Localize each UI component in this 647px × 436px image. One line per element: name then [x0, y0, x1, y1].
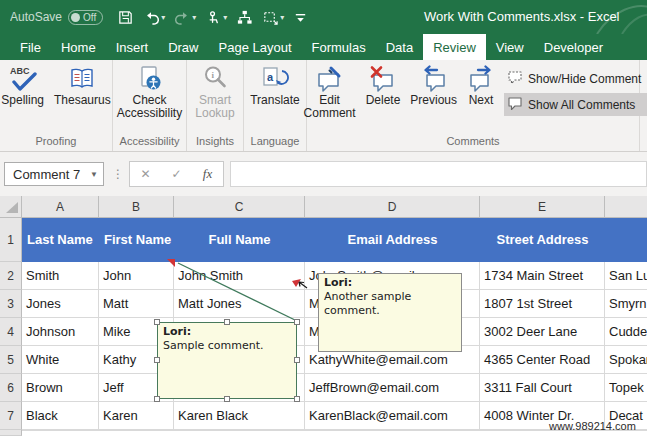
redo-icon[interactable]: ▾	[174, 9, 196, 26]
cell[interactable]: 1734 Main Street	[480, 262, 605, 290]
selection-handle[interactable]	[154, 396, 160, 402]
autosave-toggle[interactable]: Off	[68, 10, 103, 25]
cell[interactable]: Karen	[99, 402, 174, 430]
selection-icon[interactable]: ▾	[262, 9, 284, 26]
touch-mode-icon[interactable]: ▾	[205, 9, 227, 26]
select-all-corner[interactable]	[0, 196, 22, 218]
show-all-comments-toggle[interactable]: Show All Comments	[504, 93, 647, 116]
group-name: Comments	[307, 134, 639, 151]
selection-handle[interactable]	[154, 319, 160, 325]
row-header-6[interactable]: 6	[0, 374, 22, 402]
selection-handle[interactable]	[224, 319, 230, 325]
cell[interactable]: Cudde	[605, 318, 647, 346]
insert-function-icon[interactable]: fx	[192, 166, 223, 182]
chevron-down-icon[interactable]: ▾	[223, 13, 227, 22]
cell[interactable]: 4365 Center Road	[480, 346, 605, 374]
cell[interactable]: Smith	[22, 262, 99, 290]
cell[interactable]: Spokan	[605, 346, 647, 374]
tab-file[interactable]: File	[10, 34, 51, 60]
tab-review[interactable]: Review	[423, 34, 486, 60]
next-button[interactable]: Next	[462, 63, 500, 109]
translate-button[interactable]: aTranslate	[245, 63, 305, 109]
cell[interactable]: John	[99, 262, 174, 290]
group-name: Language	[244, 134, 306, 151]
selection-handle[interactable]	[224, 396, 230, 402]
cell[interactable]: 3002 Deer Lane	[480, 318, 605, 346]
cell[interactable]: Johnson	[22, 318, 99, 346]
thesaurus-icon	[68, 65, 96, 93]
enter-icon[interactable]: ✓	[161, 167, 192, 181]
previous-button[interactable]: Previous	[405, 63, 462, 109]
cell[interactable]: Brown	[22, 374, 99, 402]
tab-page-layout[interactable]: Page Layout	[209, 34, 302, 60]
row-header-8-partial[interactable]	[0, 430, 22, 436]
selection-handle[interactable]	[294, 396, 300, 402]
save-icon[interactable]	[117, 9, 134, 26]
row-header-4[interactable]: 4	[0, 318, 22, 346]
cell[interactable]: JeffBrown@email.com	[305, 374, 480, 402]
cell[interactable]: Matt	[99, 290, 174, 318]
cell[interactable]: John Smith	[174, 262, 305, 290]
cell[interactable]: 1807 1st Street	[480, 290, 605, 318]
undo-icon[interactable]: ▾	[143, 9, 165, 26]
toggle-label: Show All Comments	[528, 98, 635, 112]
tab-data[interactable]: Data	[376, 34, 423, 60]
cell[interactable]: Matt Jones	[174, 290, 305, 318]
chevron-down-icon[interactable]: ▾	[280, 13, 284, 22]
tab-formulas[interactable]: Formulas	[302, 34, 376, 60]
row-header-5[interactable]: 5	[0, 346, 22, 374]
cell[interactable]: Topek	[605, 374, 647, 402]
comment-box[interactable]: Lori:Another sample comment.	[318, 273, 462, 352]
column-header-A[interactable]: A	[22, 196, 99, 218]
comment-box-selected[interactable]: Lori:Sample comment.	[157, 322, 297, 399]
column-header-C[interactable]: C	[174, 196, 305, 218]
row-header-3[interactable]: 3	[0, 290, 22, 318]
tab-draw[interactable]: Draw	[158, 34, 208, 60]
chevron-down-icon[interactable]: ▾	[161, 13, 165, 22]
selection-handle[interactable]	[154, 357, 160, 363]
smart-lookup-icon: i	[201, 65, 229, 93]
customize-qat-icon[interactable]	[293, 9, 308, 26]
edit-comment-button[interactable]: Edit Comment	[299, 63, 361, 122]
formula-bar-input[interactable]	[230, 161, 647, 187]
cell[interactable]: Black	[22, 402, 99, 430]
next-comment-icon	[467, 65, 495, 93]
row-header-7[interactable]: 7	[0, 402, 22, 430]
previous-comment-icon	[420, 65, 448, 93]
selection-handle[interactable]	[294, 319, 300, 325]
p-button[interactable]: P	[640, 63, 647, 109]
column-header-f[interactable]	[605, 196, 647, 218]
name-box[interactable]: Comment 7 ▼	[4, 162, 104, 186]
delete-button[interactable]: Delete	[361, 63, 406, 109]
show-hide-comment-toggle[interactable]: Show/Hide Comment	[504, 67, 647, 90]
column-header-D[interactable]: D	[305, 196, 480, 218]
column-header-E[interactable]: E	[480, 196, 605, 218]
tab-insert[interactable]: Insert	[106, 34, 159, 60]
header-cell-email-address: Email Address	[305, 232, 480, 247]
cell[interactable]: 3311 Fall Court	[480, 374, 605, 402]
row-header-2[interactable]: 2	[0, 262, 22, 290]
org-chart-icon[interactable]	[236, 9, 253, 26]
excel-window: AutoSave Off ▾▾▾▾ Work With Comments.xls…	[0, 0, 647, 436]
cell[interactable]: White	[22, 346, 99, 374]
thesaurus-button[interactable]: Thesaurus	[49, 63, 116, 109]
autosave-control[interactable]: AutoSave Off	[10, 10, 103, 25]
tab-developer[interactable]: Developer	[534, 34, 613, 60]
cell[interactable]: KarenBlack@email.com	[305, 402, 480, 430]
spelling-button[interactable]: ABCSpelling	[0, 63, 49, 109]
tab-view[interactable]: View	[486, 34, 534, 60]
row-header-1[interactable]: 1	[0, 218, 22, 262]
chevron-down-icon[interactable]: ▼	[90, 170, 98, 179]
smart-lookup-button[interactable]: iSmart Lookup	[190, 63, 239, 122]
cell[interactable]: Smyrn	[605, 290, 647, 318]
cell[interactable]: Jones	[22, 290, 99, 318]
selection-handle[interactable]	[294, 357, 300, 363]
cell[interactable]: Karen Black	[174, 402, 305, 430]
edit-comment-icon	[316, 65, 344, 93]
cancel-icon[interactable]: ✕	[130, 167, 161, 181]
chevron-down-icon[interactable]: ▾	[192, 13, 196, 22]
check-accessibility-button[interactable]: Check Accessibility	[112, 63, 187, 122]
column-header-B[interactable]: B	[99, 196, 174, 218]
tab-home[interactable]: Home	[51, 34, 106, 60]
cell[interactable]: San Lu	[605, 262, 647, 290]
